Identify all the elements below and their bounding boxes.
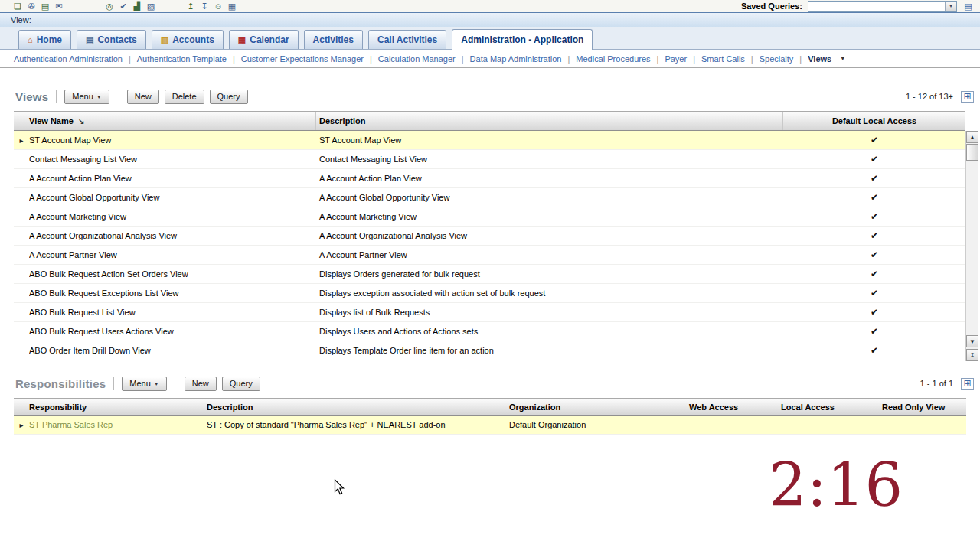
column-header-local-access[interactable]: Local Access bbox=[779, 399, 871, 415]
table-row[interactable]: Contact Messaging List View Contact Mess… bbox=[14, 150, 965, 169]
tab-label: Administration - Application bbox=[461, 34, 583, 45]
view-link-bar: Authentication Administration | Authenti… bbox=[0, 50, 980, 68]
report-icon[interactable]: ▧ bbox=[144, 1, 158, 12]
print-icon[interactable]: ▤ bbox=[38, 1, 52, 12]
responsibilities-new-button[interactable]: New bbox=[185, 377, 217, 391]
export-icon[interactable]: ↥ bbox=[184, 1, 198, 12]
cell-view-name: A Account Organizational Analysis View bbox=[29, 227, 316, 245]
cell-view-name: A Account Partner View bbox=[29, 246, 316, 264]
table-row[interactable]: ABO Bulk Request Users Actions View Disp… bbox=[14, 322, 965, 341]
table-row[interactable]: A Account Organizational Analysis View A… bbox=[14, 227, 965, 246]
table-row[interactable]: ABO Bulk Request Action Set Orders View … bbox=[14, 265, 965, 284]
search-icon[interactable]: ◎ bbox=[103, 1, 116, 12]
view-menu-label[interactable]: View: bbox=[11, 15, 31, 24]
column-header-default-local-access[interactable]: Default Local Access bbox=[783, 112, 965, 130]
table-row[interactable]: A Account Action Plan View A Account Act… bbox=[14, 169, 965, 188]
open-icon[interactable]: ❏ bbox=[11, 1, 24, 12]
chevron-down-icon[interactable]: ▼ bbox=[945, 2, 956, 11]
scrollbar-track[interactable] bbox=[966, 161, 978, 335]
subnav-item-authentication-template[interactable]: Authentication Template bbox=[131, 54, 233, 64]
cell-description: A Account Organizational Analysis View bbox=[316, 227, 783, 245]
views-list-applet: View Name ↘ Description Default Local Ac… bbox=[14, 111, 965, 360]
views-new-button[interactable]: New bbox=[127, 90, 159, 104]
table-row[interactable]: ABO Order Item Drill Down View Displays … bbox=[14, 341, 965, 360]
cell-default-local-access: ✔ bbox=[783, 246, 965, 264]
cell-description: ST : Copy of standard "Pharma Sales Rep"… bbox=[205, 416, 508, 434]
cell-description: A Account Marketing View bbox=[316, 207, 783, 226]
subnav-item-payer[interactable]: Payer bbox=[658, 54, 693, 64]
cell-description: Displays Orders generated for bulk reque… bbox=[316, 265, 783, 283]
cell-local-access bbox=[779, 416, 871, 434]
responsibilities-menu-button[interactable]: Menu▼ bbox=[122, 377, 166, 391]
folder-icon: ▥ bbox=[161, 35, 168, 45]
tab-label: Call Activities bbox=[377, 34, 437, 45]
tab-accounts[interactable]: ▥ Accounts bbox=[152, 30, 224, 49]
subnav-item-data-map-administration[interactable]: Data Map Administration bbox=[464, 54, 568, 64]
column-header-description[interactable]: Description bbox=[205, 399, 508, 415]
home-icon: ⌂ bbox=[28, 35, 33, 44]
table-row[interactable]: ABO Bulk Request Exceptions List View Di… bbox=[14, 284, 965, 303]
import-icon[interactable]: ↧ bbox=[198, 1, 211, 12]
help-icon[interactable]: ☺ bbox=[211, 1, 225, 12]
chevron-down-icon: ▼ bbox=[154, 381, 159, 386]
spell-check-icon[interactable]: ✔ bbox=[116, 1, 130, 12]
subnav-item-medical-procedures[interactable]: Medical Procedures bbox=[570, 54, 656, 64]
views-scrollbar[interactable]: ▲ ▼ ↧ bbox=[965, 131, 978, 361]
views-query-button[interactable]: Query bbox=[210, 90, 248, 104]
subnav-item-smart-calls[interactable]: Smart Calls bbox=[695, 54, 751, 64]
tab-activities[interactable]: Activities bbox=[304, 30, 363, 49]
column-header-view-name[interactable]: View Name ↘ bbox=[29, 112, 316, 130]
column-header-read-only-view[interactable]: Read Only View bbox=[871, 399, 966, 415]
cell-default-local-access: ✔ bbox=[783, 303, 965, 321]
grid-toggle-icon[interactable]: ⊞ bbox=[961, 378, 974, 390]
tab-label: Accounts bbox=[172, 34, 214, 45]
saved-query-icon[interactable]: ▤ bbox=[962, 1, 974, 11]
tab-label: Activities bbox=[313, 34, 354, 45]
tab-call-activities[interactable]: Call Activities bbox=[368, 30, 446, 49]
table-row[interactable]: ▸ ST Account Map View ST Account Map Vie… bbox=[14, 131, 965, 150]
cell-responsibility[interactable]: ST Pharma Sales Rep bbox=[29, 416, 205, 434]
scroll-up-icon[interactable]: ▲ bbox=[966, 131, 978, 143]
cell-description: Displays Users and Actions of Actions se… bbox=[316, 322, 783, 341]
scrollbar-thumb[interactable] bbox=[966, 144, 978, 161]
tab-calendar[interactable]: ▦ Calendar bbox=[229, 30, 299, 49]
responsibilities-applet-header: Responsibilities Menu▼ New Query 1 - 1 o… bbox=[0, 372, 980, 395]
screen-tab-bar: ⌂ Home ▤ Contacts ▥ Accounts ▦ Calendar … bbox=[0, 27, 980, 50]
subnav-item-views[interactable]: Views bbox=[802, 54, 838, 64]
column-header-description[interactable]: Description bbox=[316, 112, 783, 130]
applications-icon[interactable]: ▦ bbox=[225, 1, 239, 12]
grid-toggle-icon[interactable]: ⊞ bbox=[961, 91, 974, 103]
views-menu-button[interactable]: Menu▼ bbox=[64, 90, 109, 104]
saved-queries-dropdown[interactable]: ▼ bbox=[808, 1, 957, 12]
column-header-organization[interactable]: Organization bbox=[508, 399, 688, 415]
checkmark-icon: ✔ bbox=[871, 192, 878, 203]
table-row[interactable]: ABO Bulk Request List View Displays list… bbox=[14, 303, 965, 322]
responsibilities-query-button[interactable]: Query bbox=[222, 377, 260, 391]
email-icon[interactable]: ✉ bbox=[52, 1, 66, 12]
column-header-responsibility[interactable]: Responsibility bbox=[29, 399, 205, 415]
scroll-to-end-icon[interactable]: ↧ bbox=[966, 349, 978, 361]
table-row[interactable]: A Account Partner View A Account Partner… bbox=[14, 246, 965, 265]
views-table-header: View Name ↘ Description Default Local Ac… bbox=[14, 111, 965, 131]
column-header-web-access[interactable]: Web Access bbox=[688, 399, 779, 415]
subnav-item-customer-expectations-manager[interactable]: Customer Expectations Manager bbox=[235, 54, 370, 64]
table-row[interactable]: A Account Global Opportunity View A Acco… bbox=[14, 188, 965, 207]
table-row[interactable]: ▸ ST Pharma Sales Rep ST : Copy of stand… bbox=[14, 416, 966, 435]
views-delete-button[interactable]: Delete bbox=[165, 90, 204, 104]
cell-view-name: ABO Bulk Request Users Actions View bbox=[29, 322, 316, 341]
tab-administration-application[interactable]: Administration - Application bbox=[452, 29, 593, 50]
subnav-item-calculation-manager[interactable]: Calculation Manager bbox=[372, 54, 462, 64]
save-icon[interactable]: ✇ bbox=[24, 1, 38, 12]
subnav-item-specialty[interactable]: Specialty bbox=[753, 54, 800, 64]
toolbar-group-file: ❏ ✇ ▤ ✉ bbox=[11, 1, 66, 12]
subnav-item-authentication-administration[interactable]: Authentication Administration bbox=[8, 54, 129, 64]
cell-description: A Account Partner View bbox=[316, 246, 783, 264]
cell-description: ST Account Map View bbox=[316, 131, 783, 149]
chart-icon[interactable]: ▟ bbox=[130, 1, 144, 12]
chevron-down-icon[interactable]: ▼ bbox=[840, 56, 845, 61]
table-row[interactable]: A Account Marketing View A Account Marke… bbox=[14, 207, 965, 227]
tab-contacts[interactable]: ▤ Contacts bbox=[77, 30, 146, 49]
scroll-down-icon[interactable]: ▼ bbox=[966, 335, 978, 347]
tab-home[interactable]: ⌂ Home bbox=[18, 30, 71, 49]
cell-default-local-access: ✔ bbox=[783, 284, 965, 302]
